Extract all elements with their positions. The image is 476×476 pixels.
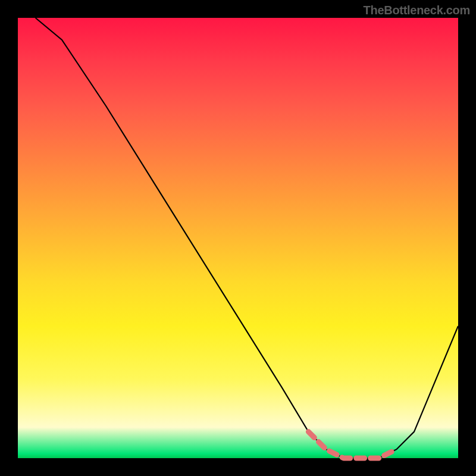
bottleneck-curve-line	[36, 18, 458, 458]
watermark-text: TheBottleneck.com	[364, 4, 470, 17]
chart-plot	[18, 18, 458, 458]
sweet-spot-highlight	[308, 432, 396, 458]
chart-container: TheBottleneck.com	[0, 0, 476, 476]
